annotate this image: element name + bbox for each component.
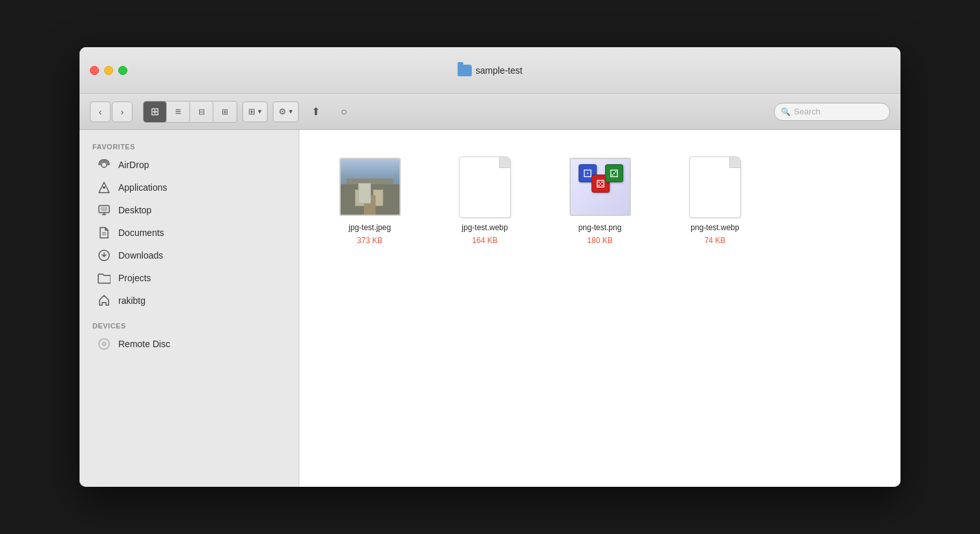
file-name-jpg-test-webp: jpg-test.webp [462,223,507,232]
image-preview-jpg-test-jpeg [339,158,401,216]
sidebar-item-remote-disc-label: Remote Disc [118,339,170,349]
sidebar-item-downloads[interactable]: Downloads [85,244,293,266]
svg-point-10 [103,343,106,346]
sidebar-item-documents-label: Documents [118,228,164,238]
window-title-area: sample-test [458,65,522,76]
file-thumbnail-jpg-test-webp [446,155,524,219]
sidebar-item-airdrop-label: AirDrop [118,160,149,170]
file-size-jpg-test-jpeg: 373 KB [357,236,382,245]
chevron-left-icon: ‹ [99,107,102,117]
file-item-jpg-test-webp[interactable]: jpg-test.webp 164 KB [434,149,536,250]
svg-rect-3 [101,207,107,211]
arrange-icon: ⊞ [248,107,255,116]
building-image [341,159,399,215]
disc-icon [98,337,111,350]
home-icon [98,294,111,307]
nav-buttons: ‹ › [90,101,133,122]
arrange-dropdown[interactable]: ⊞ ▾ [242,101,268,122]
share-button[interactable]: ⬆ [304,101,327,122]
gear-icon: ⚙ [279,107,286,116]
view-buttons-group: ⊞ ≡ ⊟ ⊞ [143,101,237,123]
forward-button[interactable]: › [112,101,133,122]
tag-icon: ○ [341,106,347,118]
devices-header: Devices [80,317,299,332]
columns-icon: ⊟ [198,107,205,116]
file-size-png-test-png: 180 KB [587,236,612,245]
file-item-png-test-png[interactable]: ⚀ ⚄ ⚂ png-test.png 1 [549,149,651,250]
content-area: Favorites AirDrop [80,130,900,487]
file-grid: jpg-test.jpeg 373 KB jpg-test.webp 164 K… [312,143,888,257]
desktop-icon [98,204,111,217]
toolbar: ‹ › ⊞ ≡ ⊟ ⊞ ⊞ ▾ ⚙ ▾ [80,94,900,130]
minimize-button[interactable] [104,66,113,75]
svg-point-9 [99,339,109,349]
airdrop-icon [98,158,111,171]
gallery-view-button[interactable]: ⊞ [213,101,237,122]
sidebar: Favorites AirDrop [80,130,299,487]
file-item-jpg-test-jpeg[interactable]: jpg-test.jpeg 373 KB [319,149,421,250]
back-button[interactable]: ‹ [90,101,111,122]
image-preview-png-test-png: ⚀ ⚄ ⚂ [570,158,631,216]
search-box[interactable]: 🔍 Search [774,103,890,121]
sidebar-item-airdrop[interactable]: AirDrop [85,154,293,176]
gallery-icon: ⊞ [222,107,228,116]
file-size-png-test-webp: 74 KB [705,236,726,245]
file-name-png-test-webp: png-test.webp [690,223,739,232]
projects-folder-icon [98,272,111,284]
file-thumbnail-jpg-test-jpeg [331,155,409,219]
maximize-button[interactable] [118,66,127,75]
downloads-icon [98,249,111,262]
search-icon: 🔍 [781,107,791,116]
finder-window: sample-test ‹ › ⊞ ≡ ⊟ ⊞ [80,47,900,487]
window-title: sample-test [476,65,522,76]
sidebar-item-applications-label: Applications [118,182,167,193]
sidebar-item-desktop[interactable]: Desktop [85,199,293,221]
action-arrow-icon: ▾ [289,107,293,116]
generic-icon-png-test-webp [689,156,741,218]
list-icon: ≡ [175,106,181,118]
share-icon: ⬆ [312,105,320,118]
file-name-jpg-test-jpeg: jpg-test.jpeg [348,223,390,232]
traffic-lights [90,66,127,75]
column-view-button[interactable]: ⊟ [190,101,213,122]
svg-point-1 [103,186,105,189]
chevron-right-icon: › [121,107,124,117]
file-name-png-test-png: png-test.png [579,223,622,232]
file-thumbnail-png-test-webp [676,155,754,219]
folder-icon [458,65,472,76]
die-green: ⚂ [605,164,623,182]
svg-point-0 [101,162,107,167]
sidebar-item-rakibtg-label: rakibtg [118,295,145,306]
sidebar-item-applications[interactable]: Applications [85,176,293,198]
list-view-button[interactable]: ≡ [167,101,190,122]
dice-image: ⚀ ⚄ ⚂ [571,159,630,215]
search-placeholder: Search [794,107,820,116]
icon-view-button[interactable]: ⊞ [144,101,167,122]
applications-icon [98,181,111,194]
close-button[interactable] [90,66,99,75]
generic-icon-jpg-test-webp [459,156,511,218]
favorites-header: Favorites [80,138,299,153]
sidebar-item-projects[interactable]: Projects [85,267,293,289]
file-area: jpg-test.jpeg 373 KB jpg-test.webp 164 K… [299,130,900,487]
sidebar-item-downloads-label: Downloads [118,250,163,261]
tag-button[interactable]: ○ [332,101,356,122]
action-dropdown[interactable]: ⚙ ▾ [273,101,299,122]
sidebar-item-rakibtg[interactable]: rakibtg [85,290,293,312]
documents-icon [98,226,111,239]
sidebar-item-desktop-label: Desktop [118,205,151,215]
grid-icon: ⊞ [151,105,159,118]
sidebar-item-remote-disc[interactable]: Remote Disc [85,333,293,355]
file-size-jpg-test-webp: 164 KB [472,236,497,245]
sidebar-item-projects-label: Projects [118,273,151,283]
file-thumbnail-png-test-png: ⚀ ⚄ ⚂ [561,155,639,219]
titlebar: sample-test [80,47,900,94]
arrange-label: ▾ [258,107,262,116]
sidebar-item-documents[interactable]: Documents [85,222,293,244]
file-item-png-test-webp[interactable]: png-test.webp 74 KB [664,149,766,250]
